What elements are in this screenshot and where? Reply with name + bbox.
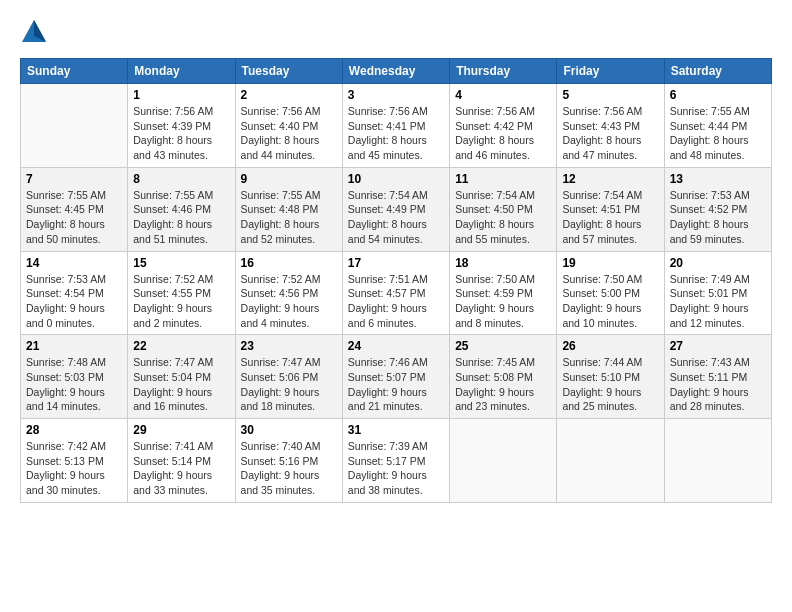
calendar-cell: 9Sunrise: 7:55 AMSunset: 4:48 PMDaylight…: [235, 167, 342, 251]
calendar-cell: 14Sunrise: 7:53 AMSunset: 4:54 PMDayligh…: [21, 251, 128, 335]
calendar-cell: 1Sunrise: 7:56 AMSunset: 4:39 PMDaylight…: [128, 84, 235, 168]
day-info: Sunrise: 7:52 AMSunset: 4:56 PMDaylight:…: [241, 272, 337, 331]
day-info: Sunrise: 7:41 AMSunset: 5:14 PMDaylight:…: [133, 439, 229, 498]
column-header-wednesday: Wednesday: [342, 59, 449, 84]
day-info: Sunrise: 7:51 AMSunset: 4:57 PMDaylight:…: [348, 272, 444, 331]
day-info: Sunrise: 7:49 AMSunset: 5:01 PMDaylight:…: [670, 272, 766, 331]
day-info: Sunrise: 7:47 AMSunset: 5:06 PMDaylight:…: [241, 355, 337, 414]
day-number: 29: [133, 423, 229, 437]
day-info: Sunrise: 7:46 AMSunset: 5:07 PMDaylight:…: [348, 355, 444, 414]
day-number: 22: [133, 339, 229, 353]
day-number: 21: [26, 339, 122, 353]
day-info: Sunrise: 7:56 AMSunset: 4:41 PMDaylight:…: [348, 104, 444, 163]
day-number: 7: [26, 172, 122, 186]
day-number: 12: [562, 172, 658, 186]
day-info: Sunrise: 7:40 AMSunset: 5:16 PMDaylight:…: [241, 439, 337, 498]
calendar-cell: 4Sunrise: 7:56 AMSunset: 4:42 PMDaylight…: [450, 84, 557, 168]
day-number: 11: [455, 172, 551, 186]
day-number: 31: [348, 423, 444, 437]
day-number: 9: [241, 172, 337, 186]
calendar-cell: 26Sunrise: 7:44 AMSunset: 5:10 PMDayligh…: [557, 335, 664, 419]
day-info: Sunrise: 7:54 AMSunset: 4:49 PMDaylight:…: [348, 188, 444, 247]
calendar-cell: 7Sunrise: 7:55 AMSunset: 4:45 PMDaylight…: [21, 167, 128, 251]
day-info: Sunrise: 7:55 AMSunset: 4:44 PMDaylight:…: [670, 104, 766, 163]
day-info: Sunrise: 7:56 AMSunset: 4:42 PMDaylight:…: [455, 104, 551, 163]
calendar-cell: 17Sunrise: 7:51 AMSunset: 4:57 PMDayligh…: [342, 251, 449, 335]
calendar-cell: 5Sunrise: 7:56 AMSunset: 4:43 PMDaylight…: [557, 84, 664, 168]
calendar-cell: 15Sunrise: 7:52 AMSunset: 4:55 PMDayligh…: [128, 251, 235, 335]
day-number: 14: [26, 256, 122, 270]
column-header-sunday: Sunday: [21, 59, 128, 84]
day-info: Sunrise: 7:54 AMSunset: 4:51 PMDaylight:…: [562, 188, 658, 247]
calendar-cell: 13Sunrise: 7:53 AMSunset: 4:52 PMDayligh…: [664, 167, 771, 251]
calendar-cell: [664, 419, 771, 503]
calendar-cell: 27Sunrise: 7:43 AMSunset: 5:11 PMDayligh…: [664, 335, 771, 419]
day-info: Sunrise: 7:56 AMSunset: 4:43 PMDaylight:…: [562, 104, 658, 163]
calendar-cell: 16Sunrise: 7:52 AMSunset: 4:56 PMDayligh…: [235, 251, 342, 335]
day-number: 4: [455, 88, 551, 102]
week-row-2: 7Sunrise: 7:55 AMSunset: 4:45 PMDaylight…: [21, 167, 772, 251]
calendar-cell: 8Sunrise: 7:55 AMSunset: 4:46 PMDaylight…: [128, 167, 235, 251]
calendar-cell: 2Sunrise: 7:56 AMSunset: 4:40 PMDaylight…: [235, 84, 342, 168]
week-row-1: 1Sunrise: 7:56 AMSunset: 4:39 PMDaylight…: [21, 84, 772, 168]
day-info: Sunrise: 7:53 AMSunset: 4:54 PMDaylight:…: [26, 272, 122, 331]
calendar-cell: [557, 419, 664, 503]
day-number: 5: [562, 88, 658, 102]
day-info: Sunrise: 7:55 AMSunset: 4:46 PMDaylight:…: [133, 188, 229, 247]
day-info: Sunrise: 7:48 AMSunset: 5:03 PMDaylight:…: [26, 355, 122, 414]
day-info: Sunrise: 7:56 AMSunset: 4:39 PMDaylight:…: [133, 104, 229, 163]
day-number: 2: [241, 88, 337, 102]
calendar-table: SundayMondayTuesdayWednesdayThursdayFrid…: [20, 58, 772, 503]
calendar-cell: 3Sunrise: 7:56 AMSunset: 4:41 PMDaylight…: [342, 84, 449, 168]
calendar-cell: 19Sunrise: 7:50 AMSunset: 5:00 PMDayligh…: [557, 251, 664, 335]
calendar-cell: 10Sunrise: 7:54 AMSunset: 4:49 PMDayligh…: [342, 167, 449, 251]
day-info: Sunrise: 7:56 AMSunset: 4:40 PMDaylight:…: [241, 104, 337, 163]
day-number: 17: [348, 256, 444, 270]
calendar-cell: 28Sunrise: 7:42 AMSunset: 5:13 PMDayligh…: [21, 419, 128, 503]
day-info: Sunrise: 7:54 AMSunset: 4:50 PMDaylight:…: [455, 188, 551, 247]
day-info: Sunrise: 7:43 AMSunset: 5:11 PMDaylight:…: [670, 355, 766, 414]
column-header-monday: Monday: [128, 59, 235, 84]
day-number: 23: [241, 339, 337, 353]
day-number: 10: [348, 172, 444, 186]
day-number: 20: [670, 256, 766, 270]
day-info: Sunrise: 7:55 AMSunset: 4:45 PMDaylight:…: [26, 188, 122, 247]
day-info: Sunrise: 7:53 AMSunset: 4:52 PMDaylight:…: [670, 188, 766, 247]
calendar-cell: [21, 84, 128, 168]
day-number: 19: [562, 256, 658, 270]
day-info: Sunrise: 7:47 AMSunset: 5:04 PMDaylight:…: [133, 355, 229, 414]
day-info: Sunrise: 7:42 AMSunset: 5:13 PMDaylight:…: [26, 439, 122, 498]
day-number: 15: [133, 256, 229, 270]
day-number: 28: [26, 423, 122, 437]
calendar-cell: 21Sunrise: 7:48 AMSunset: 5:03 PMDayligh…: [21, 335, 128, 419]
calendar-cell: 18Sunrise: 7:50 AMSunset: 4:59 PMDayligh…: [450, 251, 557, 335]
page: SundayMondayTuesdayWednesdayThursdayFrid…: [0, 0, 792, 513]
day-info: Sunrise: 7:52 AMSunset: 4:55 PMDaylight:…: [133, 272, 229, 331]
column-header-tuesday: Tuesday: [235, 59, 342, 84]
day-number: 26: [562, 339, 658, 353]
day-number: 30: [241, 423, 337, 437]
calendar-cell: 30Sunrise: 7:40 AMSunset: 5:16 PMDayligh…: [235, 419, 342, 503]
calendar-cell: 11Sunrise: 7:54 AMSunset: 4:50 PMDayligh…: [450, 167, 557, 251]
calendar-cell: 24Sunrise: 7:46 AMSunset: 5:07 PMDayligh…: [342, 335, 449, 419]
day-info: Sunrise: 7:39 AMSunset: 5:17 PMDaylight:…: [348, 439, 444, 498]
calendar-cell: 22Sunrise: 7:47 AMSunset: 5:04 PMDayligh…: [128, 335, 235, 419]
day-number: 1: [133, 88, 229, 102]
calendar-cell: 12Sunrise: 7:54 AMSunset: 4:51 PMDayligh…: [557, 167, 664, 251]
logo: [20, 18, 52, 46]
column-header-saturday: Saturday: [664, 59, 771, 84]
day-info: Sunrise: 7:55 AMSunset: 4:48 PMDaylight:…: [241, 188, 337, 247]
day-number: 13: [670, 172, 766, 186]
header: [20, 18, 772, 46]
day-number: 8: [133, 172, 229, 186]
day-number: 16: [241, 256, 337, 270]
week-row-5: 28Sunrise: 7:42 AMSunset: 5:13 PMDayligh…: [21, 419, 772, 503]
calendar-cell: [450, 419, 557, 503]
week-row-4: 21Sunrise: 7:48 AMSunset: 5:03 PMDayligh…: [21, 335, 772, 419]
column-header-thursday: Thursday: [450, 59, 557, 84]
day-number: 27: [670, 339, 766, 353]
week-row-3: 14Sunrise: 7:53 AMSunset: 4:54 PMDayligh…: [21, 251, 772, 335]
day-info: Sunrise: 7:45 AMSunset: 5:08 PMDaylight:…: [455, 355, 551, 414]
calendar-cell: 20Sunrise: 7:49 AMSunset: 5:01 PMDayligh…: [664, 251, 771, 335]
calendar-cell: 6Sunrise: 7:55 AMSunset: 4:44 PMDaylight…: [664, 84, 771, 168]
